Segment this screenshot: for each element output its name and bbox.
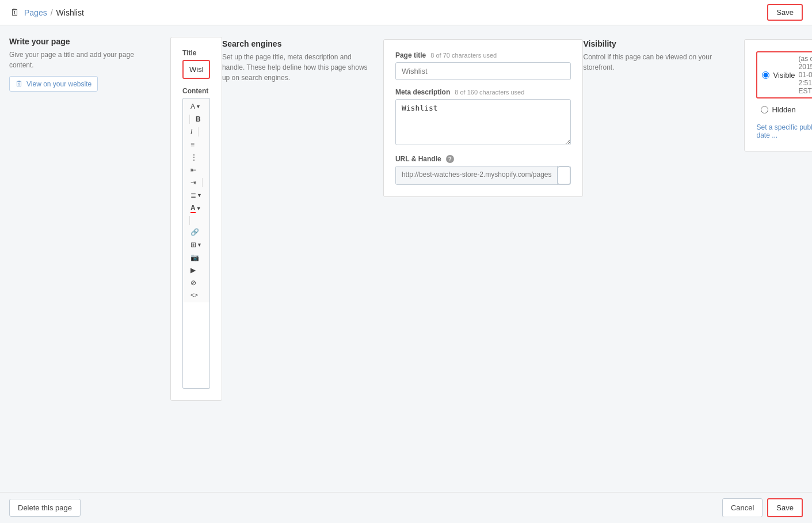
- toolbar-bold-btn[interactable]: B: [193, 113, 204, 125]
- toolbar-sep-4: [189, 216, 190, 225]
- seo-section-heading: Search engines: [222, 39, 369, 48]
- page-footer: Delete this page Cancel Save: [0, 492, 812, 523]
- meta-desc-input[interactable]: Wishlist: [395, 99, 571, 145]
- toolbar-ul-btn[interactable]: ≡: [188, 139, 197, 150]
- seo-section-card: Page title 8 of 70 characters used Meta …: [383, 39, 584, 410]
- font-dropdown-icon: ▼: [196, 104, 201, 109]
- toolbar-fontcolor-btn[interactable]: A ▼: [188, 202, 204, 215]
- meta-desc-char-count: 8 of 160 characters used: [455, 89, 524, 96]
- url-handle-label: URL & Handle: [395, 155, 441, 163]
- url-prefix: http://best-watches-store-2.myshopify.co…: [396, 166, 558, 184]
- hidden-radio-row: Hidden: [756, 103, 812, 116]
- toolbar-italic-btn[interactable]: I: [188, 126, 195, 138]
- url-field-wrapper: http://best-watches-store-2.myshopify.co…: [395, 166, 571, 185]
- toolbar-indent-btn[interactable]: ⇥: [188, 177, 199, 188]
- set-date-link[interactable]: Set a specific publish date ...: [756, 123, 812, 139]
- toolbar-font-btn[interactable]: A ▼: [188, 101, 204, 112]
- view-website-label: View on your website: [26, 80, 92, 88]
- view-website-icon: 🗓: [16, 79, 23, 88]
- breadcrumb-current: Wishlist: [56, 8, 84, 17]
- toolbar-align-btn[interactable]: ≣▼: [188, 190, 205, 201]
- seo-section-left: Search engines Set up the page title, me…: [222, 39, 383, 410]
- visible-radio-row: Visible (as of 2015-01-09 2:51am EST): [756, 51, 812, 98]
- content-toolbar: A ▼ B I ≡ ⋮ ⇤ ⇥ ≣▼ A: [182, 98, 210, 302]
- visibility-section-desc: Control if this page can be viewed on yo…: [583, 52, 730, 73]
- meta-desc-label: Meta description: [395, 88, 450, 96]
- toolbar-sep-1: [189, 115, 190, 124]
- content-field-label: Content: [182, 87, 210, 95]
- cancel-button[interactable]: Cancel: [722, 498, 763, 517]
- page-title-label-row: Page title 8 of 70 characters used: [395, 51, 571, 59]
- toolbar-ol-btn[interactable]: ⋮: [188, 151, 200, 163]
- toolbar-sep-3: [202, 178, 203, 187]
- hidden-label: Hidden: [772, 105, 795, 114]
- write-section-card: Title Content A ▼ B I ≡ ⋮ ⇤ ⇥: [170, 37, 222, 410]
- write-section-desc: Give your page a title and add your page…: [9, 50, 157, 70]
- top-header: 🗓 Pages / Wishlist Save: [0, 0, 812, 25]
- delete-page-button[interactable]: Delete this page: [9, 499, 81, 517]
- visibility-section-left: Visibility Control if this page can be v…: [583, 39, 744, 410]
- url-help-icon[interactable]: ?: [446, 155, 454, 163]
- breadcrumb-separator: /: [51, 8, 53, 17]
- toolbar-outdent-btn[interactable]: ⇤: [188, 164, 199, 176]
- toolbar-source-btn[interactable]: <>: [188, 290, 201, 300]
- url-handle-input[interactable]: [558, 166, 570, 184]
- footer-save-button[interactable]: Save: [767, 498, 803, 517]
- pages-icon: 🗓: [9, 7, 21, 18]
- toolbar-sep-2: [198, 127, 199, 137]
- breadcrumb-pages[interactable]: Pages: [24, 8, 47, 17]
- visible-date: (as of 2015-01-09 2:51am EST): [799, 55, 812, 95]
- write-section-left: Write your page Give your page a title a…: [9, 37, 170, 410]
- toolbar-video-btn[interactable]: ▶: [188, 264, 199, 276]
- view-website-button[interactable]: 🗓 View on your website: [9, 76, 98, 92]
- breadcrumb: 🗓 Pages / Wishlist: [9, 7, 84, 18]
- visibility-section-card: Visible (as of 2015-01-09 2:51am EST) Hi…: [744, 39, 812, 410]
- seo-section-desc: Set up the page title, meta description …: [222, 52, 369, 83]
- title-field-label: Title: [182, 49, 210, 57]
- toolbar-image-btn[interactable]: 📷: [188, 252, 202, 263]
- toolbar-link-btn[interactable]: 🔗: [188, 226, 202, 238]
- font-icon: A: [190, 103, 195, 111]
- visible-radio[interactable]: [762, 71, 769, 79]
- write-section-heading: Write your page: [9, 37, 157, 46]
- hidden-radio[interactable]: [761, 106, 768, 113]
- meta-desc-label-row: Meta description 8 of 160 characters use…: [395, 88, 571, 96]
- url-handle-label-row: URL & Handle ?: [395, 155, 571, 163]
- header-save-button[interactable]: Save: [767, 4, 803, 21]
- visibility-section-heading: Visibility: [583, 39, 730, 48]
- footer-right-buttons: Cancel Save: [722, 498, 803, 517]
- page-title-input[interactable]: [395, 62, 571, 80]
- toolbar-special-btn[interactable]: ⊘: [188, 277, 199, 289]
- page-title-char-count: 8 of 70 characters used: [430, 52, 497, 59]
- content-editor-area[interactable]: [182, 302, 210, 389]
- toolbar-table-btn[interactable]: ⊞▼: [188, 239, 205, 251]
- visible-label: Visible: [773, 71, 795, 79]
- title-input[interactable]: [182, 60, 210, 79]
- page-title-label: Page title: [395, 51, 426, 59]
